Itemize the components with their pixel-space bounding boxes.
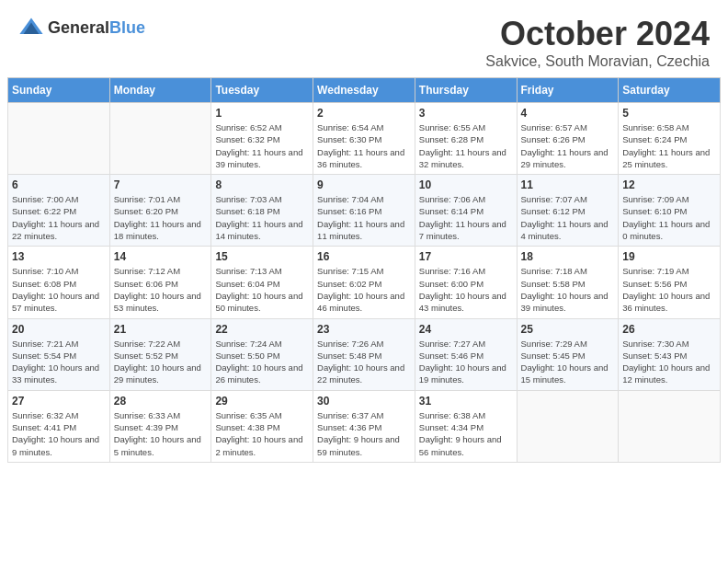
calendar-day-cell: 26Sunrise: 7:30 AMSunset: 5:43 PMDayligh… [619,318,721,390]
day-number: 10 [419,178,513,191]
day-number: 16 [317,250,411,263]
calendar-day-cell: 24Sunrise: 7:27 AMSunset: 5:46 PMDayligh… [415,318,517,390]
day-info: Sunrise: 7:01 AMSunset: 6:20 PMDaylight:… [114,193,208,242]
month-title: October 2024 [485,15,710,53]
calendar: SundayMondayTuesdayWednesdayThursdayFrid… [7,77,721,463]
day-info: Sunrise: 6:35 AMSunset: 4:38 PMDaylight:… [215,409,309,458]
day-info: Sunrise: 7:18 AMSunset: 5:58 PMDaylight:… [521,265,615,314]
calendar-day-cell [109,103,211,175]
day-info: Sunrise: 7:06 AMSunset: 6:14 PMDaylight:… [419,193,513,242]
day-number: 2 [317,107,411,120]
day-info: Sunrise: 7:27 AMSunset: 5:46 PMDaylight:… [419,338,513,386]
title-section: October 2024 Sakvice, South Moravian, Cz… [485,15,710,70]
day-info: Sunrise: 7:22 AMSunset: 5:52 PMDaylight:… [114,338,208,386]
day-info: Sunrise: 6:52 AMSunset: 6:32 PMDaylight:… [215,121,309,170]
day-number: 23 [317,323,411,336]
day-of-week-header: Friday [517,78,619,103]
day-of-week-header: Thursday [415,78,517,103]
calendar-day-cell: 23Sunrise: 7:26 AMSunset: 5:48 PMDayligh… [313,318,415,390]
calendar-day-cell: 21Sunrise: 7:22 AMSunset: 5:52 PMDayligh… [109,318,211,390]
day-info: Sunrise: 7:04 AMSunset: 6:16 PMDaylight:… [317,193,411,242]
calendar-day-cell: 6Sunrise: 7:00 AMSunset: 6:22 PMDaylight… [8,175,110,247]
day-info: Sunrise: 6:58 AMSunset: 6:24 PMDaylight:… [622,121,716,170]
day-number: 9 [317,178,411,191]
calendar-day-cell: 8Sunrise: 7:03 AMSunset: 6:18 PMDaylight… [211,175,313,247]
day-info: Sunrise: 7:10 AMSunset: 6:08 PMDaylight:… [12,265,106,314]
calendar-day-cell [8,103,110,175]
day-info: Sunrise: 6:55 AMSunset: 6:28 PMDaylight:… [419,121,513,170]
calendar-day-cell: 27Sunrise: 6:32 AMSunset: 4:41 PMDayligh… [8,390,110,462]
calendar-day-cell: 2Sunrise: 6:54 AMSunset: 6:30 PMDaylight… [313,103,415,175]
day-number: 14 [114,250,208,263]
logo: GeneralBlue [18,15,145,40]
day-info: Sunrise: 7:12 AMSunset: 6:06 PMDaylight:… [114,265,208,314]
day-info: Sunrise: 7:16 AMSunset: 6:00 PMDaylight:… [419,265,513,314]
day-info: Sunrise: 7:09 AMSunset: 6:10 PMDaylight:… [622,193,716,242]
day-number: 5 [622,107,716,120]
calendar-week-row: 6Sunrise: 7:00 AMSunset: 6:22 PMDaylight… [8,175,721,247]
day-info: Sunrise: 6:37 AMSunset: 4:36 PMDaylight:… [317,409,411,458]
day-info: Sunrise: 6:54 AMSunset: 6:30 PMDaylight:… [317,121,411,170]
day-of-week-header: Sunday [8,78,110,103]
calendar-day-cell: 14Sunrise: 7:12 AMSunset: 6:06 PMDayligh… [109,247,211,318]
calendar-day-cell: 31Sunrise: 6:38 AMSunset: 4:34 PMDayligh… [415,390,517,462]
day-number: 8 [215,178,309,191]
calendar-week-row: 1Sunrise: 6:52 AMSunset: 6:32 PMDaylight… [8,103,721,175]
calendar-day-cell: 19Sunrise: 7:19 AMSunset: 5:56 PMDayligh… [619,247,721,318]
day-info: Sunrise: 7:07 AMSunset: 6:12 PMDaylight:… [521,193,615,242]
day-info: Sunrise: 7:00 AMSunset: 6:22 PMDaylight:… [12,193,106,242]
day-number: 19 [622,250,716,263]
day-info: Sunrise: 6:38 AMSunset: 4:34 PMDaylight:… [419,409,513,458]
calendar-day-cell: 11Sunrise: 7:07 AMSunset: 6:12 PMDayligh… [517,175,619,247]
day-number: 29 [215,395,309,408]
calendar-day-cell: 28Sunrise: 6:33 AMSunset: 4:39 PMDayligh… [109,390,211,462]
day-number: 6 [12,178,106,191]
calendar-day-cell [619,390,721,462]
calendar-day-cell: 30Sunrise: 6:37 AMSunset: 4:36 PMDayligh… [313,390,415,462]
day-number: 12 [622,178,716,191]
location-title: Sakvice, South Moravian, Czechia [485,53,710,70]
calendar-day-cell: 7Sunrise: 7:01 AMSunset: 6:20 PMDaylight… [109,175,211,247]
day-info: Sunrise: 7:26 AMSunset: 5:48 PMDaylight:… [317,338,411,386]
page-header: GeneralBlue October 2024 Sakvice, South … [0,0,728,77]
calendar-day-cell: 3Sunrise: 6:55 AMSunset: 6:28 PMDaylight… [415,103,517,175]
day-number: 26 [622,323,716,336]
day-number: 3 [419,107,513,120]
day-info: Sunrise: 7:29 AMSunset: 5:45 PMDaylight:… [521,338,615,386]
day-number: 11 [521,178,615,191]
day-number: 27 [12,395,106,408]
calendar-day-cell: 16Sunrise: 7:15 AMSunset: 6:02 PMDayligh… [313,247,415,318]
day-info: Sunrise: 7:03 AMSunset: 6:18 PMDaylight:… [215,193,309,242]
calendar-day-cell: 15Sunrise: 7:13 AMSunset: 6:04 PMDayligh… [211,247,313,318]
logo-text-general: General [48,18,109,37]
day-of-week-header: Monday [109,78,211,103]
day-number: 4 [521,107,615,120]
day-number: 15 [215,250,309,263]
day-number: 24 [419,323,513,336]
calendar-day-cell: 20Sunrise: 7:21 AMSunset: 5:54 PMDayligh… [8,318,110,390]
day-number: 17 [419,250,513,263]
calendar-day-cell: 25Sunrise: 7:29 AMSunset: 5:45 PMDayligh… [517,318,619,390]
day-info: Sunrise: 6:32 AMSunset: 4:41 PMDaylight:… [12,409,106,458]
calendar-day-cell: 12Sunrise: 7:09 AMSunset: 6:10 PMDayligh… [619,175,721,247]
day-number: 31 [419,395,513,408]
logo-text-blue: Blue [109,18,145,37]
day-info: Sunrise: 6:33 AMSunset: 4:39 PMDaylight:… [114,409,208,458]
day-number: 30 [317,395,411,408]
calendar-day-cell: 4Sunrise: 6:57 AMSunset: 6:26 PMDaylight… [517,103,619,175]
day-number: 1 [215,107,309,120]
calendar-day-cell: 22Sunrise: 7:24 AMSunset: 5:50 PMDayligh… [211,318,313,390]
day-number: 18 [521,250,615,263]
day-of-week-header: Saturday [619,78,721,103]
day-number: 13 [12,250,106,263]
calendar-wrapper: SundayMondayTuesdayWednesdayThursdayFrid… [0,77,728,470]
day-info: Sunrise: 7:13 AMSunset: 6:04 PMDaylight:… [215,265,309,314]
calendar-day-cell: 29Sunrise: 6:35 AMSunset: 4:38 PMDayligh… [211,390,313,462]
calendar-header-row: SundayMondayTuesdayWednesdayThursdayFrid… [8,78,721,103]
day-of-week-header: Wednesday [313,78,415,103]
calendar-day-cell: 9Sunrise: 7:04 AMSunset: 6:16 PMDaylight… [313,175,415,247]
calendar-day-cell: 1Sunrise: 6:52 AMSunset: 6:32 PMDaylight… [211,103,313,175]
calendar-day-cell: 18Sunrise: 7:18 AMSunset: 5:58 PMDayligh… [517,247,619,318]
day-info: Sunrise: 7:21 AMSunset: 5:54 PMDaylight:… [12,338,106,386]
day-number: 21 [114,323,208,336]
